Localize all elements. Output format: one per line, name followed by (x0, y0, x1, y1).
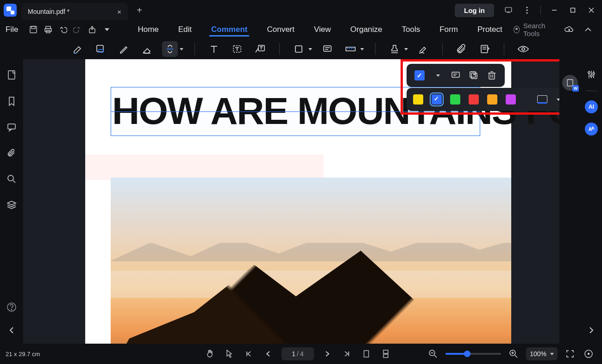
stamp-dropdown-icon[interactable] (404, 48, 408, 50)
menu-edit[interactable]: Edit (176, 23, 194, 36)
svg-point-2 (526, 9, 527, 11)
swatch-orange[interactable] (487, 94, 497, 105)
swatch-yellow[interactable] (413, 94, 423, 105)
measure-dropdown-icon[interactable] (360, 48, 364, 50)
comments-panel-icon[interactable] (5, 120, 19, 134)
bookmarks-panel-icon[interactable] (5, 94, 19, 108)
save-icon[interactable] (27, 23, 39, 37)
zoom-dropdown-icon (550, 353, 554, 355)
document-tab[interactable]: Mountain.pdf * × (21, 3, 128, 20)
highlighter-tool[interactable] (69, 41, 85, 57)
menu-view[interactable]: View (312, 23, 333, 36)
print-icon[interactable] (42, 23, 54, 37)
properties-panel-icon[interactable] (584, 68, 598, 81)
next-page-icon[interactable] (321, 348, 333, 360)
zoom-slider-thumb[interactable] (464, 351, 470, 357)
add-note-icon[interactable] (449, 68, 463, 82)
eraser-tool[interactable] (139, 41, 155, 57)
fullscreen-icon[interactable] (564, 348, 576, 360)
page-number-input[interactable]: 1 / 4 (282, 347, 314, 360)
export-word-button[interactable]: W (562, 75, 578, 91)
read-mode-icon[interactable] (583, 348, 595, 360)
text-tool[interactable] (206, 41, 222, 57)
menu-convert[interactable]: Convert (265, 23, 296, 36)
total-pages: 4 (300, 350, 304, 358)
shape-dropdown-icon[interactable] (308, 48, 312, 50)
maximize-button[interactable] (565, 2, 581, 18)
prev-page-icon[interactable] (262, 348, 274, 360)
search-panel-icon[interactable] (5, 172, 19, 186)
close-window-button[interactable] (583, 2, 599, 18)
file-menu[interactable]: File (6, 25, 18, 34)
svg-point-3 (526, 12, 527, 13)
stamp-tool[interactable] (387, 41, 402, 57)
menu-form[interactable]: Form (438, 23, 460, 36)
color-picker-button[interactable]: ✓ (413, 68, 426, 82)
swatch-purple[interactable] (506, 94, 516, 105)
menu-tools[interactable]: Tools (400, 23, 422, 36)
cloud-upload-icon[interactable] (563, 23, 575, 37)
hand-tool-icon[interactable] (204, 348, 216, 360)
menu-comment[interactable]: Comment (209, 23, 249, 37)
menu-organize[interactable]: Organize (349, 23, 384, 36)
svg-rect-11 (45, 29, 51, 31)
measure-tool[interactable] (343, 41, 358, 57)
attachments-panel-icon[interactable] (5, 146, 19, 160)
text-box-tool[interactable] (229, 41, 245, 57)
svg-point-81 (588, 353, 589, 355)
feedback-icon[interactable] (501, 2, 516, 18)
layers-panel-icon[interactable] (5, 198, 19, 212)
attachment-tool[interactable] (454, 41, 470, 57)
text-callout-tool[interactable] (252, 41, 268, 57)
collapse-ribbon-icon[interactable] (582, 23, 594, 37)
hide-comments-tool[interactable] (515, 41, 531, 57)
zoom-slider[interactable] (445, 353, 501, 355)
undo-icon[interactable] (57, 23, 69, 37)
shape-tool[interactable] (291, 41, 307, 57)
manage-comments-tool[interactable] (477, 41, 493, 57)
swatch-blue[interactable] (432, 94, 442, 105)
note-tool[interactable] (320, 41, 335, 57)
close-tab-icon[interactable]: × (117, 8, 121, 16)
single-page-view-icon[interactable] (360, 348, 372, 360)
first-page-icon[interactable] (243, 348, 255, 360)
signature-tool[interactable] (415, 41, 431, 57)
translate-icon[interactable]: Aあ (585, 123, 598, 136)
login-button[interactable]: Log in (455, 4, 494, 17)
zoom-out-icon[interactable] (427, 348, 439, 360)
continuous-view-icon[interactable] (380, 348, 392, 360)
svg-rect-42 (8, 124, 15, 129)
last-page-icon[interactable] (341, 348, 353, 360)
strikethrough-dropdown-icon[interactable] (180, 48, 183, 50)
thumbnails-panel-icon[interactable] (5, 68, 19, 82)
strikethrough-tool[interactable] (162, 41, 178, 57)
svg-point-65 (593, 73, 595, 74)
more-menu-icon[interactable] (519, 2, 535, 18)
menu-protect[interactable]: Protect (476, 23, 504, 36)
document-canvas[interactable]: HOW ARE MOUNTAINS FORMED? ✓ (23, 59, 559, 344)
line-style-dropdown-icon[interactable] (557, 99, 559, 101)
swatch-red[interactable] (469, 94, 479, 105)
redo-icon[interactable] (71, 23, 83, 37)
new-tab-button[interactable]: + (132, 5, 146, 16)
minimize-button[interactable] (546, 2, 562, 18)
select-tool-icon[interactable] (223, 348, 235, 360)
zoom-in-icon[interactable] (508, 348, 520, 360)
expand-right-rail-icon[interactable] (584, 323, 598, 337)
search-tools-placeholder: Search Tools (523, 22, 556, 37)
line-style-button[interactable] (537, 95, 547, 104)
swatch-green[interactable] (450, 94, 460, 105)
area-highlight-tool[interactable] (93, 41, 108, 57)
help-icon[interactable] (5, 300, 19, 314)
collapse-left-rail-icon[interactable] (5, 323, 19, 337)
share-icon[interactable] (86, 23, 98, 37)
ai-assistant-icon[interactable]: AI (585, 100, 598, 113)
menu-home[interactable]: Home (136, 23, 160, 36)
search-tools-input[interactable]: Search Tools (514, 22, 556, 37)
zoom-level-dropdown[interactable]: 100% (526, 347, 558, 360)
color-picker-dropdown-icon[interactable] (431, 68, 445, 82)
delete-annotation-icon[interactable] (485, 68, 499, 82)
quick-access-dropdown-icon[interactable] (101, 23, 113, 37)
copy-annotation-icon[interactable] (467, 68, 481, 82)
pencil-tool[interactable] (116, 41, 132, 57)
